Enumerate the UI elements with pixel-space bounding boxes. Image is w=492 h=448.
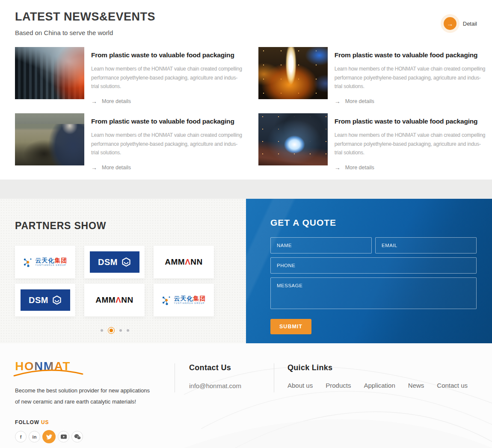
news-section-subtitle: Based on China to serve the world: [15, 29, 477, 36]
arrow-right-icon: →: [335, 164, 341, 171]
section-divider-band: [0, 180, 492, 199]
carousel-dot[interactable]: [127, 329, 129, 332]
more-details-link[interactable]: → More details: [335, 164, 374, 171]
dsm-logo-text: DSM: [98, 257, 118, 267]
partner-card-yuntianhua: 云天化 集团 YUNTIANHUA GROUP: [154, 284, 214, 316]
contact-us-heading: Contact Us: [189, 363, 241, 372]
carousel-dot[interactable]: [101, 329, 103, 332]
partner-card-dsm: DSM: [15, 284, 75, 316]
news-grid: From plastic waste to valuable food pack…: [15, 47, 477, 171]
get-a-quote-section: GET A QUOTE SUBMIT: [246, 199, 492, 343]
news-card: From plastic waste to valuable food pack…: [15, 47, 242, 105]
quick-links-row: About us Products Application News Conta…: [287, 382, 468, 389]
quick-link-products[interactable]: Products: [326, 382, 351, 389]
news-card: From plastic waste to valuable food pack…: [258, 113, 486, 171]
yuntianhua-cn-suffix: 集团: [193, 295, 206, 301]
latest-news-section: LATEST NEWS&EVENTS Based on China to ser…: [0, 0, 492, 180]
footer-contact-block: Contact Us info@honmat.com: [189, 363, 241, 389]
news-image-lathe-worker[interactable]: [15, 113, 84, 165]
logo-swoosh-icon: [13, 362, 83, 380]
yuntianhua-molecule-icon: [23, 257, 33, 267]
news-item-description: Learn how members of the HONMAT value ch…: [91, 131, 242, 157]
news-image-tire-smoke[interactable]: [15, 47, 84, 99]
ammann-logo-text: AMMΛNN: [95, 295, 133, 305]
news-item-title[interactable]: From plastic waste to valuable food pack…: [91, 51, 242, 59]
quick-links-heading: Quick Links: [287, 363, 468, 372]
quick-link-news[interactable]: News: [408, 382, 424, 389]
detail-button[interactable]: → Detail: [444, 17, 477, 30]
contact-email[interactable]: info@honmat.com: [189, 382, 241, 389]
partner-card-ammann: AMMΛNN: [84, 284, 145, 316]
linkedin-icon[interactable]: in: [29, 431, 40, 442]
news-section-title: LATEST NEWS&EVENTS: [15, 10, 477, 24]
more-details-link[interactable]: → More details: [91, 164, 131, 171]
quote-form: SUBMIT: [270, 237, 477, 334]
footer-quick-links-block: Quick Links About us Products Applicatio…: [287, 363, 468, 389]
news-item-description: Learn how members of the HONMAT value ch…: [91, 65, 242, 91]
news-card: From plastic waste to valuable food pack…: [15, 113, 242, 171]
news-item-title[interactable]: From plastic waste to valuable food pack…: [91, 118, 242, 125]
yuntianhua-molecule-icon: [162, 295, 172, 305]
follow-us-label: FOLLOW US: [15, 419, 49, 425]
partners-section-title: PARTNERS SHOW: [15, 220, 246, 232]
arrow-right-icon: →: [91, 98, 97, 105]
news-item-title[interactable]: From plastic waste to valuable food pack…: [335, 51, 486, 59]
message-textarea[interactable]: [270, 277, 477, 309]
partners-show-section: PARTNERS SHOW: [0, 199, 246, 343]
more-details-link[interactable]: → More details: [91, 98, 131, 105]
carousel-dot[interactable]: [119, 329, 122, 332]
detail-button-label: Detail: [463, 21, 477, 27]
footer-divider: [274, 363, 274, 392]
yuntianhua-latin-name: YUNTIANHUA GROUP: [36, 265, 68, 267]
arrow-right-icon[interactable]: →: [444, 17, 456, 30]
dsm-hexagon-icon: [122, 257, 131, 267]
facebook-icon[interactable]: f: [15, 431, 27, 442]
yuntianhua-cn-name: 云天化: [174, 295, 193, 301]
youtube-icon[interactable]: [58, 431, 69, 442]
news-image-foundry[interactable]: [258, 47, 328, 99]
quick-link-contact-us[interactable]: Contact us: [437, 382, 468, 389]
quick-link-application[interactable]: Application: [364, 382, 395, 389]
partner-logo-grid: 云天化 集团 YUNTIANHUA GROUP DSM: [15, 246, 214, 316]
news-item-description: Learn how members of the HONMAT value ch…: [335, 65, 486, 91]
quick-link-about-us[interactable]: About us: [287, 382, 313, 389]
name-input[interactable]: [270, 237, 372, 253]
submit-button[interactable]: SUBMIT: [270, 319, 311, 334]
footer-divider: [175, 363, 175, 392]
news-image-welder[interactable]: [258, 113, 328, 165]
arrow-right-icon: →: [91, 164, 97, 171]
social-icons-row: f in: [15, 430, 83, 443]
partner-card-dsm: DSM: [84, 246, 145, 278]
yuntianhua-cn-name: 云天化: [36, 257, 55, 263]
footer-wave-decoration: [184, 343, 492, 448]
footer: HONMAT Become the best solution provider…: [0, 343, 492, 448]
dsm-logo-text: DSM: [29, 295, 48, 305]
news-item-description: Learn how members of the HONMAT value ch…: [335, 131, 486, 157]
phone-input[interactable]: [270, 257, 477, 274]
ammann-logo-text: AMMΛNN: [165, 257, 203, 267]
dsm-hexagon-icon: [52, 295, 62, 305]
arrow-right-icon: →: [335, 98, 341, 105]
twitter-icon[interactable]: [42, 430, 56, 443]
email-input[interactable]: [375, 237, 477, 253]
yuntianhua-latin-name: YUNTIANHUA GROUP: [174, 303, 206, 305]
quote-section-title: GET A QUOTE: [270, 218, 477, 228]
carousel-dot-active[interactable]: [108, 327, 115, 334]
carousel-pagination: [15, 327, 214, 334]
footer-tagline: Become the best solution provider for ne…: [15, 385, 150, 407]
news-card: From plastic waste to valuable food pack…: [258, 47, 486, 105]
more-details-link[interactable]: → More details: [335, 98, 374, 105]
news-item-title[interactable]: From plastic waste to valuable food pack…: [335, 118, 486, 125]
yuntianhua-cn-suffix: 集团: [55, 257, 68, 263]
wechat-icon[interactable]: [71, 431, 83, 442]
partner-card-ammann: AMMΛNN: [154, 246, 214, 278]
honmat-logo[interactable]: HONMAT: [15, 360, 83, 377]
partner-card-yuntianhua: 云天化 集团 YUNTIANHUA GROUP: [15, 246, 75, 278]
